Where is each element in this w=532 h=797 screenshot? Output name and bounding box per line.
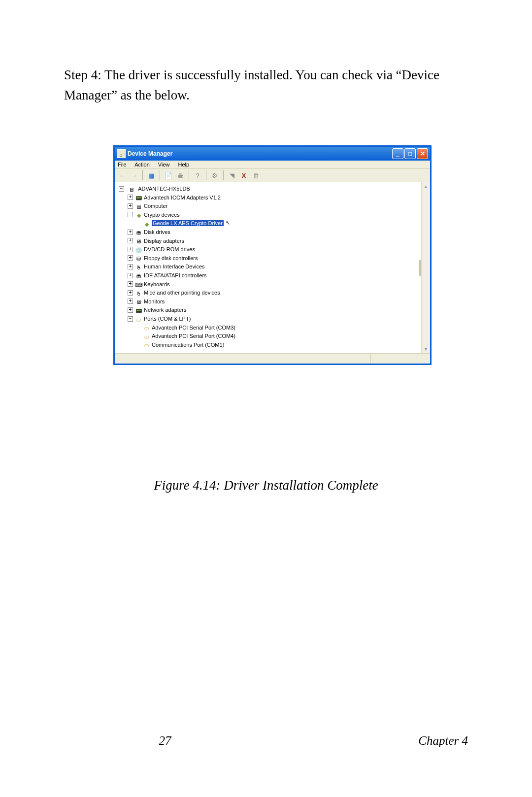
- expand-toggle[interactable]: +: [128, 273, 133, 278]
- crypto-driver-icon: ◆: [143, 220, 150, 227]
- expand-toggle[interactable]: +: [128, 290, 133, 296]
- computer-icon: 🖥: [135, 203, 142, 209]
- port-icon: ⬭: [143, 324, 150, 331]
- disable-icon[interactable]: X: [239, 171, 248, 180]
- node-port-com4[interactable]: Advantech PCI Serial Port (COM4): [152, 333, 235, 339]
- dvd-icon: 💿: [135, 246, 142, 253]
- back-icon[interactable]: ←: [118, 171, 127, 180]
- app-icon: ⌂: [117, 149, 126, 158]
- computer-root-icon: 🖥: [128, 186, 135, 192]
- scroll-down-icon[interactable]: ▼: [422, 345, 430, 353]
- port-icon: ⬭: [143, 333, 150, 339]
- device-manager-window: ⌂ Device Manager _ □ ✕ File Action View …: [113, 145, 432, 365]
- hid-icon: 🖱: [135, 264, 142, 270]
- page-instruction-text: Step 4: The driver is successfully insta…: [64, 65, 468, 105]
- figure-caption: Figure 4.14: Driver Installation Complet…: [64, 478, 468, 493]
- scan-icon[interactable]: ⚙: [210, 171, 219, 180]
- menu-view[interactable]: View: [158, 162, 170, 167]
- node-network[interactable]: Network adapters: [144, 307, 186, 313]
- mouse-icon: 🖱: [135, 290, 142, 296]
- keyboard-icon: ⌨: [135, 281, 142, 287]
- scroll-up-icon[interactable]: ▲: [422, 182, 430, 191]
- device-tree[interactable]: − 🖥 ADVANTEC-HX5LDB +📟Advantech ICOM Ada…: [117, 184, 421, 351]
- node-ports[interactable]: Ports (COM & LPT): [144, 316, 191, 322]
- adapter-icon: 📟: [135, 194, 142, 200]
- crypto-icon: ◆: [135, 211, 142, 218]
- node-crypto[interactable]: Crypto devices: [144, 211, 180, 217]
- expand-toggle[interactable]: −: [128, 212, 133, 217]
- node-ide[interactable]: IDE ATA/ATAPI controllers: [144, 272, 207, 278]
- node-icom[interactable]: Advantech ICOM Adapters V1.2: [144, 194, 221, 200]
- node-monitors[interactable]: Monitors: [144, 298, 165, 304]
- expand-toggle[interactable]: +: [128, 299, 133, 304]
- close-button[interactable]: ✕: [417, 148, 428, 159]
- node-dvd[interactable]: DVD/CD-ROM drives: [144, 246, 195, 252]
- node-crypto-driver[interactable]: Geode LX AES Crypto Driver: [152, 220, 224, 226]
- port-icon: ⬭: [143, 341, 150, 348]
- node-disk[interactable]: Disk drives: [144, 229, 170, 235]
- uninstall-icon[interactable]: 🗑: [251, 171, 260, 180]
- node-hid[interactable]: Human Interface Devices: [144, 264, 205, 269]
- tool-bar: ← → ▦ 📄 🖶 ? ⚙ ◥ X 🗑: [115, 169, 430, 182]
- network-icon: 📟: [135, 307, 142, 313]
- expand-toggle[interactable]: +: [128, 195, 133, 200]
- help-icon[interactable]: ?: [193, 171, 202, 180]
- page-footer: 27 Chapter 4: [64, 734, 468, 748]
- properties-icon[interactable]: 📄: [164, 171, 173, 180]
- expand-toggle[interactable]: +: [128, 307, 133, 313]
- node-floppy[interactable]: Floppy disk controllers: [144, 255, 198, 261]
- expand-toggle[interactable]: +: [128, 247, 133, 252]
- vertical-scrollbar[interactable]: ▲ ▼: [421, 182, 430, 353]
- print-icon[interactable]: 🖶: [176, 171, 185, 180]
- node-keyboards[interactable]: Keyboards: [144, 281, 170, 287]
- window-title: Device Manager: [128, 150, 392, 157]
- node-port-com3[interactable]: Advantech PCI Serial Port (COM3): [152, 324, 235, 330]
- expand-toggle[interactable]: +: [128, 255, 133, 261]
- node-mice[interactable]: Mice and other pointing devices: [144, 290, 220, 296]
- expand-toggle[interactable]: −: [119, 186, 124, 192]
- status-bar: [115, 353, 430, 364]
- port-icon: ⬭: [143, 350, 150, 351]
- title-bar[interactable]: ⌂ Device Manager _ □ ✕: [115, 147, 430, 161]
- node-port-com2[interactable]: Communications Port (COM2): [152, 350, 224, 351]
- ports-icon: ⬭: [135, 316, 142, 322]
- menu-bar: File Action View Help: [115, 161, 430, 169]
- expand-toggle[interactable]: +: [128, 264, 133, 269]
- expand-toggle[interactable]: +: [128, 203, 133, 209]
- menu-action[interactable]: Action: [134, 162, 150, 167]
- expand-toggle[interactable]: +: [128, 230, 133, 235]
- cursor-icon: ↖: [226, 220, 230, 226]
- ide-icon: ⛃: [135, 272, 142, 279]
- tree-root[interactable]: ADVANTEC-HX5LDB: [138, 186, 190, 192]
- maximize-button[interactable]: □: [404, 148, 416, 159]
- disk-icon: ⛃: [135, 229, 142, 235]
- node-computer[interactable]: Computer: [144, 203, 167, 209]
- display-icon: 🖥: [135, 237, 142, 244]
- view-icon[interactable]: ▦: [147, 171, 156, 180]
- node-display[interactable]: Display adapters: [144, 237, 184, 243]
- extra1-icon[interactable]: ◥: [228, 171, 236, 180]
- expand-toggle[interactable]: +: [128, 281, 133, 287]
- menu-help[interactable]: Help: [178, 162, 190, 167]
- minimize-button[interactable]: _: [392, 148, 403, 159]
- menu-file[interactable]: File: [118, 162, 127, 167]
- forward-icon[interactable]: →: [130, 171, 138, 180]
- monitor-icon: 🖥: [135, 298, 142, 304]
- expand-toggle[interactable]: +: [128, 238, 133, 243]
- node-port-com1[interactable]: Communications Port (COM1): [152, 341, 224, 347]
- expand-toggle[interactable]: −: [128, 316, 133, 322]
- page-number: 27: [64, 734, 266, 748]
- chapter-label: Chapter 4: [418, 734, 468, 748]
- floppy-icon: ⛁: [135, 255, 142, 261]
